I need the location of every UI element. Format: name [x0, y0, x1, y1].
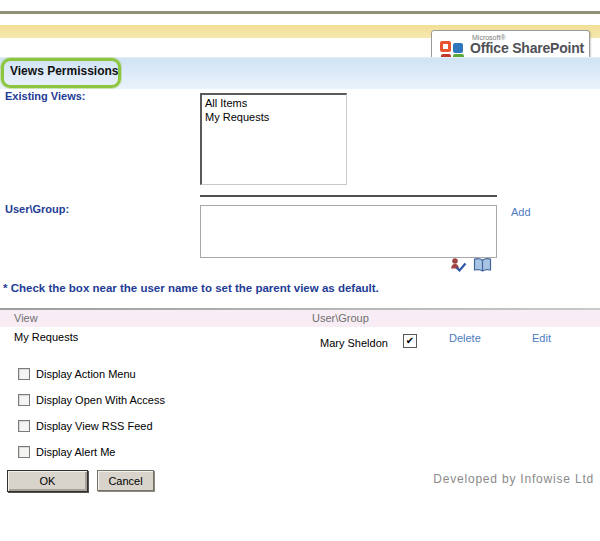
address-book-icon[interactable] — [473, 257, 492, 273]
display-option-label: Display View RSS Feed — [36, 420, 153, 432]
annotation-highlight-box — [1, 58, 121, 88]
view-name-cell: My Requests — [14, 331, 78, 343]
display-option-label: Display Action Menu — [36, 368, 136, 380]
existing-views-label: Existing Views: — [5, 90, 86, 102]
user-name-cell: Mary Sheldon — [320, 337, 388, 349]
ok-button[interactable]: OK — [7, 470, 88, 492]
people-picker-icons — [450, 256, 497, 274]
add-link[interactable]: Add — [511, 206, 531, 218]
views-permissions-page: Microsoft® Office SharePoint Server 2007… — [0, 0, 600, 541]
display-option-label: Display Open With Access — [36, 394, 165, 406]
user-group-input[interactable] — [200, 205, 497, 258]
existing-views-listbox[interactable]: All Items My Requests — [200, 93, 347, 185]
section-divider — [200, 195, 497, 197]
checkmark-glyph: ✔ — [406, 336, 414, 346]
edit-link[interactable]: Edit — [532, 332, 551, 344]
top-border-line — [0, 11, 600, 14]
table-header-row — [0, 310, 600, 327]
delete-link[interactable]: Delete — [449, 332, 481, 344]
column-header-user-group: User\Group — [312, 310, 369, 327]
display-view-rss-feed-checkbox[interactable] — [18, 420, 30, 432]
listbox-option[interactable]: My Requests — [202, 110, 346, 124]
display-open-with-access-checkbox[interactable] — [18, 394, 30, 406]
display-action-menu-checkbox[interactable] — [18, 368, 30, 380]
check-names-icon[interactable] — [450, 257, 467, 273]
display-option-label: Display Alert Me — [36, 446, 115, 458]
column-header-view: View — [14, 310, 38, 327]
cancel-button[interactable]: Cancel — [97, 470, 154, 491]
display-alert-me-checkbox[interactable] — [18, 446, 30, 458]
footer-credit: Developed by Infowise Ltd — [433, 472, 594, 486]
default-view-note: * Check the box near the user name to se… — [3, 282, 379, 294]
listbox-option[interactable]: All Items — [202, 96, 346, 110]
user-group-label: User\Group: — [5, 203, 69, 215]
logo-product: Office SharePoint — [470, 41, 584, 55]
default-view-checkbox[interactable]: ✔ — [403, 334, 417, 348]
